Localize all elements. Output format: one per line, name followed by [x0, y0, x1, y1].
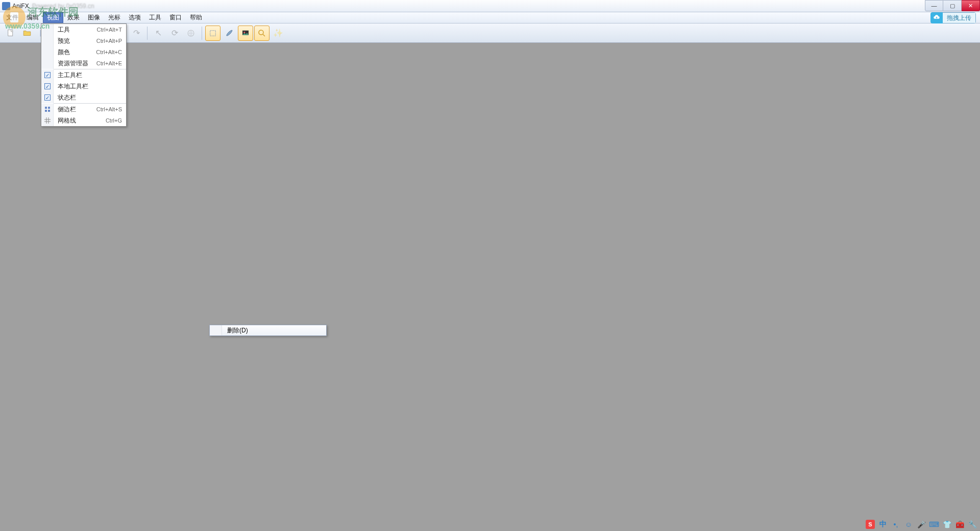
menuitem-shortcut: Ctrl+Alt+S	[96, 106, 122, 112]
context-delete[interactable]: 删除(D)	[222, 326, 248, 335]
svg-rect-11	[48, 110, 50, 112]
menu-help[interactable]: 帮助	[186, 12, 206, 23]
upload-label: 拖拽上传	[943, 12, 976, 23]
menu-image[interactable]: 图像	[84, 12, 104, 23]
punct-icon[interactable]: •,	[891, 520, 900, 529]
menuitem-shortcut: Ctrl+Alt+T	[96, 27, 122, 33]
minimize-button[interactable]: —	[925, 0, 943, 11]
menuitem-explorer[interactable]: 资源管理器 Ctrl+Alt+E	[41, 58, 126, 69]
menuitem-main-toolbar[interactable]: ✓ 主工具栏	[41, 69, 126, 81]
menuitem-label: 状态栏	[54, 93, 122, 102]
menuitem-label: 颜色	[54, 48, 96, 57]
toolbar: ✂ ⧉ 📋 ↶ ↷ ↖ ⟳ ✨	[0, 23, 980, 43]
blank-icon	[41, 24, 54, 35]
app-title: AniFX	[12, 3, 29, 10]
menuitem-shortcut: Ctrl+G	[106, 117, 122, 124]
keyboard-icon[interactable]: ⌨	[929, 520, 939, 529]
image-tool-button[interactable]	[238, 26, 253, 41]
menuitem-label: 预览	[54, 37, 96, 45]
zoom-tool-button[interactable]	[254, 26, 270, 41]
menuitem-label: 本地工具栏	[54, 82, 122, 91]
globe-button[interactable]	[183, 26, 199, 41]
upload-button[interactable]: 拖拽上传	[930, 12, 976, 23]
settings-icon[interactable]: 🔧	[968, 520, 977, 529]
menuitem-label: 主工具栏	[54, 71, 122, 80]
app-icon	[2, 2, 10, 10]
menu-view[interactable]: 视图	[43, 12, 63, 23]
menu-effects[interactable]: 效果	[63, 12, 84, 23]
svg-rect-4	[210, 30, 216, 36]
blank-icon	[41, 58, 54, 69]
menuitem-shortcut: Ctrl+Alt+E	[96, 60, 122, 66]
svg-rect-10	[45, 110, 47, 112]
menuitem-sidebar[interactable]: 侧边栏 Ctrl+Alt+S	[41, 104, 126, 115]
check-icon: ✓	[41, 69, 54, 81]
menuitem-label: 侧边栏	[54, 105, 96, 114]
menubar: 文件 编辑 视图 效果 图像 光标 选项 工具 窗口 帮助	[0, 12, 980, 23]
svg-rect-8	[45, 107, 47, 109]
check-icon: ✓	[41, 81, 54, 92]
menuitem-preview[interactable]: 预览 Ctrl+Alt+P	[41, 35, 126, 46]
view-dropdown: 工具 Ctrl+Alt+T 预览 Ctrl+Alt+P 颜色 Ctrl+Alt+…	[41, 23, 127, 127]
system-tray: S 中 •, ☺ 🎤 ⌨ 👕 🧰 🔧	[866, 520, 977, 529]
check-icon: ✓	[41, 92, 54, 103]
svg-point-6	[243, 32, 245, 33]
menuitem-local-toolbar[interactable]: ✓ 本地工具栏	[41, 81, 126, 92]
rotate-button[interactable]: ⟳	[167, 26, 182, 41]
blank-icon	[41, 35, 54, 46]
context-menu: 删除(D)	[209, 325, 327, 336]
emoji-icon[interactable]: ☺	[904, 520, 913, 529]
pointer-button[interactable]: ↖	[151, 26, 166, 41]
grid-icon	[41, 104, 54, 115]
menuitem-label: 工具	[54, 26, 96, 34]
menuitem-label: 网格线	[54, 116, 106, 125]
toolbar-separator	[202, 27, 202, 40]
menu-options[interactable]: 选项	[125, 12, 145, 23]
workspace	[0, 43, 980, 531]
menuitem-shortcut: Ctrl+Alt+P	[96, 38, 122, 44]
menuitem-shortcut: Ctrl+Alt+C	[96, 49, 122, 55]
window-controls: — ▢ ✕	[925, 0, 980, 11]
toolbox-icon[interactable]: 🧰	[955, 520, 964, 529]
titlebar: AniFX Powered by 0x0359.cn — ▢ ✕	[0, 0, 980, 12]
skin-icon[interactable]: 👕	[942, 520, 951, 529]
menuitem-statusbar[interactable]: ✓ 状态栏	[41, 92, 126, 103]
wand-tool-button[interactable]: ✨	[271, 26, 286, 41]
menuitem-tools[interactable]: 工具 Ctrl+Alt+T	[41, 24, 126, 35]
menu-cursor[interactable]: 光标	[104, 12, 125, 23]
mic-icon[interactable]: 🎤	[917, 520, 926, 529]
close-button[interactable]: ✕	[962, 0, 980, 11]
brush-tool-button[interactable]	[222, 26, 237, 41]
cloud-icon	[930, 12, 943, 23]
menu-tools[interactable]: 工具	[145, 12, 165, 23]
maximize-button[interactable]: ▢	[943, 0, 962, 11]
hash-icon	[41, 115, 54, 126]
title-extra: Powered by 0x0359.cn	[32, 3, 94, 10]
svg-rect-9	[48, 107, 50, 109]
select-tool-button[interactable]	[205, 26, 220, 41]
ime-icon[interactable]: S	[866, 520, 875, 529]
svg-point-7	[259, 30, 263, 35]
menu-edit[interactable]: 编辑	[22, 12, 43, 23]
new-file-button[interactable]	[3, 26, 18, 41]
menuitem-color[interactable]: 颜色 Ctrl+Alt+C	[41, 46, 126, 58]
toolbar-separator	[147, 27, 148, 40]
menuitem-label: 资源管理器	[54, 59, 96, 68]
open-file-button[interactable]	[19, 26, 35, 41]
redo-button[interactable]: ↷	[129, 26, 144, 41]
ime-lang-icon[interactable]: 中	[878, 520, 888, 529]
menuitem-gridlines[interactable]: 网格线 Ctrl+G	[41, 115, 126, 126]
blank-icon	[210, 325, 222, 335]
blank-icon	[41, 46, 54, 58]
menu-file[interactable]: 文件	[2, 12, 22, 23]
menu-window[interactable]: 窗口	[165, 12, 186, 23]
